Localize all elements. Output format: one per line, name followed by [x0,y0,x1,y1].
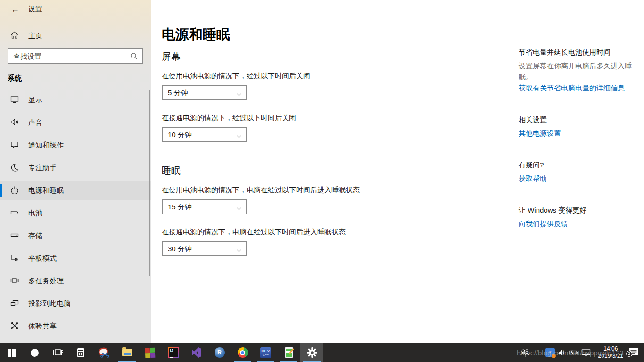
visual-studio-button[interactable] [185,343,208,362]
sidebar-item-focus-assist[interactable]: 专注助手 [0,158,151,177]
power-tray-button[interactable] [569,349,578,356]
selected-value: 10 分钟 [168,131,192,140]
sleep-plugged-in-timeout-select[interactable]: 30 分钟 [162,241,247,256]
search-input[interactable] [13,49,126,63]
battery-tip-desc: 设置屏幕在你离开电脑后多久进入睡眠。 [519,60,637,82]
screen-on-battery-timeout-select[interactable]: 5 分钟 [162,85,247,100]
volume-tray-button[interactable] [558,349,566,356]
section-heading-sleep: 睡眠 [162,165,181,177]
shared-experiences-icon [10,321,19,330]
sidebar-section-system: 系统 [8,74,22,83]
action-center-button[interactable]: 2 [628,347,639,358]
sidebar-item-home[interactable]: 主页 [0,27,151,44]
gear-icon [306,347,318,358]
tray-time: 14:06 [598,346,623,353]
notification-badge: 2 [626,351,632,357]
notifications-icon [10,140,19,149]
sidebar-item-battery[interactable]: 电池 [0,204,151,222]
selected-value: 5 分钟 [168,89,188,98]
color-squares-icon [145,347,156,358]
field-label: 在使用电池电源的情况下，电脑在经过以下时间后进入睡眠状态 [162,186,360,195]
calculator-icon [77,348,84,357]
sidebar-item-display[interactable]: 显示 [0,90,151,109]
page-title: 电源和睡眠 [162,25,230,44]
chrome-button[interactable] [231,343,254,362]
taskbar-clock[interactable]: 14:06 2019/3/21 [598,346,623,360]
color-squares-app-button[interactable] [139,343,162,362]
section-heading-screen: 屏幕 [162,50,181,63]
settings-app-button[interactable] [300,343,323,362]
power-icon [10,186,19,194]
people-button[interactable] [520,349,529,356]
intellij-idea-button[interactable]: IJ [162,343,185,362]
get-help-link[interactable]: 获取帮助 [519,174,641,183]
sidebar-item-label: 投影到此电脑 [28,299,71,308]
calculator-button[interactable] [69,343,92,362]
file-explorer-icon [122,349,132,356]
storage-icon [10,231,19,239]
text-editor-button[interactable] [277,343,300,362]
sidebar-item-tablet-mode[interactable]: 平板模式 [0,249,151,268]
dev-cpp-button[interactable]: DEVC++ [254,343,277,362]
app-title: 设置 [28,5,42,14]
sidebar-item-label: 电源和睡眠 [28,186,64,195]
chevron-down-icon [237,134,241,138]
field-label: 在使用电池电源的情况下，经过以下时间后关闭 [162,72,310,81]
task-view-button[interactable] [46,343,69,362]
start-button[interactable] [0,343,23,362]
sidebar-item-label: 电池 [28,209,42,218]
home-icon [10,31,18,39]
input-method-icon: * [545,348,555,357]
sidebar-item-multitasking[interactable]: 多任务处理 [0,272,151,290]
sleep-on-battery-timeout-select[interactable]: 15 分钟 [162,199,247,214]
sidebar-item-shared-experiences[interactable]: 体验共享 [0,317,151,336]
monitor-icon [581,349,591,356]
search-box [8,48,143,64]
sidebar-item-label: 多任务处理 [28,277,64,286]
sidebar-item-project-to-pc[interactable]: 投影到此电脑 [0,294,151,313]
additional-power-settings-link[interactable]: 其他电源设置 [519,129,641,138]
r-app-button[interactable]: R [208,343,231,362]
windows-logo-icon [8,349,16,357]
battery-saving-info-link[interactable]: 获取有关节省电脑电量的详细信息 [519,84,641,93]
tray-date: 2019/3/21 [598,353,623,360]
sidebar-item-label: 通知和操作 [28,141,64,150]
sidebar-item-power-sleep[interactable]: 电源和睡眠 [0,181,151,200]
make-windows-better-title: 让 Windows 变得更好 [519,206,641,215]
volume-icon [558,349,566,356]
cortana-button[interactable] [23,343,46,362]
project-to-pc-icon [10,299,19,307]
focus-assist-icon [10,163,19,172]
sidebar-item-sound[interactable]: 声音 [0,113,151,132]
search-icon[interactable] [130,52,138,60]
related-settings-title: 相关设置 [519,115,641,124]
sidebar-item-label: 显示 [28,96,42,105]
display-tray-button[interactable] [581,349,591,356]
task-view-icon [53,348,63,357]
sidebar-item-notifications[interactable]: 通知和操作 [0,136,151,155]
screen-plugged-in-timeout-select[interactable]: 10 分钟 [162,127,247,142]
have-question-title: 有疑问? [519,161,641,170]
sidebar-scrollbar[interactable] [149,90,150,276]
chevron-down-icon [237,206,241,210]
sidebar-item-label: 平板模式 [28,254,57,263]
sound-icon [10,118,19,126]
sidebar-item-label: 专注助手 [28,164,57,173]
field-label: 在接通电源的情况下，经过以下时间后关闭 [162,114,296,123]
sidebar-item-label: 声音 [28,118,42,127]
visual-studio-icon [191,347,202,358]
sidebar-item-label: 存储 [28,231,42,240]
r-icon: R [215,347,225,358]
taskbar: IJ R DEVC++ * [0,343,644,362]
battery-plug-icon [569,349,578,356]
chevron-down-icon [237,92,241,96]
snipping-tool-icon [98,347,110,358]
back-button[interactable]: ← [8,3,23,16]
give-feedback-link[interactable]: 向我们提供反馈 [519,220,641,229]
sidebar-item-storage[interactable]: 存储 [0,226,151,245]
cortana-icon [31,349,39,357]
file-explorer-button[interactable] [116,343,139,362]
input-method-tray-button[interactable]: * [545,348,555,357]
snipping-tool-button[interactable] [92,343,116,362]
multitasking-icon [10,276,19,285]
